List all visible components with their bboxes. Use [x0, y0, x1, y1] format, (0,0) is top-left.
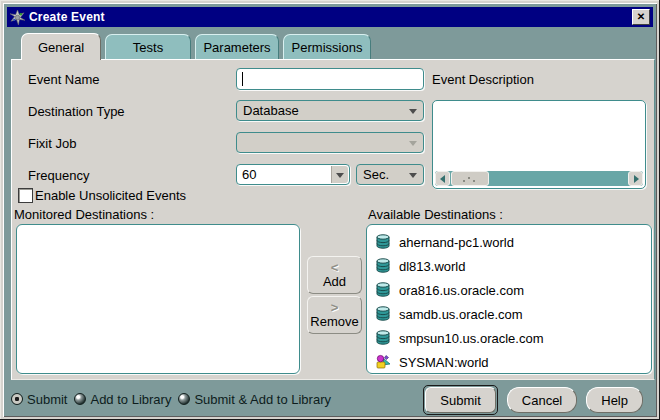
available-destinations-list[interactable]: ahernand-pc1.world dl813.world ora816.us… [366, 224, 652, 374]
monitored-destinations-list[interactable] [16, 224, 300, 374]
close-icon: ✕ [637, 12, 645, 22]
destination-type-select[interactable]: Database [236, 100, 424, 121]
event-name-input[interactable] [236, 68, 424, 90]
dialog-buttons: Submit Cancel Help [423, 385, 643, 415]
arrow-right-icon [634, 175, 639, 183]
window-title: Create Event [29, 10, 105, 24]
submit-button[interactable]: Submit [425, 387, 495, 413]
radio-submit-and-add[interactable]: Submit & Add to Library [178, 392, 331, 407]
chevron-right-icon: > [331, 301, 339, 315]
event-description-label: Event Description [432, 72, 534, 87]
database-icon [375, 234, 391, 250]
event-description-textarea[interactable] [432, 100, 646, 189]
list-item[interactable]: SYSMAN:world [371, 350, 647, 374]
frequency-unit-select[interactable]: Sec. [356, 164, 424, 185]
chevron-left-icon: < [331, 261, 339, 275]
fixit-job-select [236, 132, 424, 153]
scroll-right-button[interactable] [628, 171, 643, 186]
horizontal-scrollbar[interactable] [435, 171, 643, 186]
monitored-destinations-label: Monitored Destinations : [14, 207, 154, 222]
help-button[interactable]: Help [586, 387, 643, 413]
tab-permissions[interactable]: Permissions [283, 34, 371, 59]
chevron-down-icon [409, 173, 417, 178]
add-button[interactable]: < Add [307, 256, 362, 294]
frequency-label: Frequency [28, 168, 89, 183]
database-icon [375, 258, 391, 274]
title-bar[interactable]: Create Event ✕ [7, 7, 653, 27]
remove-button[interactable]: > Remove [307, 296, 362, 334]
tab-parameters[interactable]: Parameters [195, 34, 279, 59]
radio-add-to-library[interactable]: Add to Library [74, 392, 171, 407]
database-icon [375, 282, 391, 298]
destination-type-label: Destination Type [28, 104, 125, 119]
general-tab-panel: Event Name Event Description Destination… [11, 59, 655, 380]
radio-button-icon [178, 393, 190, 405]
available-destinations-label: Available Destinations : [368, 207, 503, 222]
event-name-label: Event Name [28, 72, 100, 87]
list-item[interactable]: smpsun10.us.oracle.com [371, 326, 647, 350]
fixit-job-label: Fixit Job [28, 136, 76, 151]
enable-unsolicited-checkbox[interactable] [18, 188, 33, 203]
tab-tests[interactable]: Tests [105, 34, 191, 59]
chevron-down-icon [409, 141, 417, 146]
list-item[interactable]: ahernand-pc1.world [371, 230, 647, 254]
list-item[interactable]: dl813.world [371, 254, 647, 278]
close-button[interactable]: ✕ [632, 9, 650, 25]
scroll-left-button[interactable] [435, 171, 450, 186]
radio-submit[interactable]: Submit [11, 392, 67, 407]
database-icon [375, 306, 391, 322]
radio-button-icon [74, 393, 86, 405]
scrollbar-thumb[interactable] [451, 171, 489, 186]
submit-mode-radio-group: Submit Add to Library Submit & Add to Li… [11, 391, 331, 407]
dialog-window: Create Event ✕ General Tests Parameters … [0, 0, 660, 420]
database-icon [375, 330, 391, 346]
frequency-dropdown-button[interactable] [331, 166, 348, 183]
list-item[interactable]: samdb.us.oracle.com [371, 302, 647, 326]
tab-general[interactable]: General [21, 33, 101, 60]
frequency-input[interactable]: 60 [236, 164, 350, 185]
default-button-ring: Submit [423, 385, 497, 415]
arrow-left-icon [440, 175, 445, 183]
create-event-icon [10, 10, 25, 25]
tab-bar: General Tests Parameters Permissions [21, 33, 371, 60]
enable-unsolicited-label: Enable Unsolicited Events [35, 188, 186, 203]
radio-button-icon [11, 393, 23, 405]
group-icon [375, 354, 391, 370]
text-caret [242, 72, 243, 86]
list-item[interactable]: ora816.us.oracle.com [371, 278, 647, 302]
chevron-down-icon [409, 109, 417, 114]
cancel-button[interactable]: Cancel [507, 387, 577, 413]
grip-dots-icon [468, 177, 470, 179]
